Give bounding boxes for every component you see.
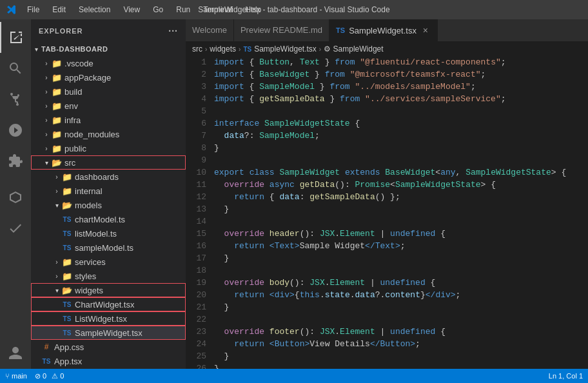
tree-item-chartmodel[interactable]: TS chartModel.ts bbox=[31, 212, 186, 226]
ts-icon: TS bbox=[336, 26, 345, 34]
activity-teams[interactable] bbox=[0, 182, 31, 213]
tree-item-chartwidget[interactable]: TS ChartWidget.tsx bbox=[31, 297, 186, 311]
root-label: TAB-DASHBOARD bbox=[41, 45, 108, 53]
menu-file[interactable]: File bbox=[22, 4, 44, 15]
code-line: } bbox=[214, 362, 588, 369]
menu-run[interactable]: Run bbox=[171, 4, 195, 15]
code-line: import { SampleModel } from "../models/s… bbox=[214, 81, 588, 93]
chevron-right-icon: › bbox=[52, 273, 62, 280]
ts-icon: TS bbox=[62, 301, 72, 308]
tab-bar: Welcome Preview README.md TS SampleWidge… bbox=[186, 19, 588, 42]
tree-label: src bbox=[64, 158, 75, 168]
tree-item-listmodel[interactable]: TS listModel.ts bbox=[31, 226, 186, 241]
tab-label: Welcome bbox=[192, 25, 227, 35]
chevron-right-icon: › bbox=[41, 131, 52, 138]
folder-icon: 📁 bbox=[52, 130, 62, 139]
folder-icon: 📁 bbox=[52, 101, 62, 111]
chevron-right-icon: › bbox=[41, 74, 52, 81]
folder-icon: 📁 bbox=[52, 59, 62, 68]
folder-icon: 📁 bbox=[62, 172, 72, 182]
tree-label: chartModel.ts bbox=[75, 215, 125, 224]
tree-item-public[interactable]: › 📁 public bbox=[31, 141, 186, 155]
tab-welcome[interactable]: Welcome bbox=[186, 19, 234, 41]
tree-item-internal[interactable]: › 📁 internal bbox=[31, 184, 186, 198]
breadcrumb-ts-icon: TS bbox=[243, 46, 251, 53]
tree-item-dashboards[interactable]: › 📁 dashboards bbox=[31, 170, 186, 184]
chevron-right-icon: › bbox=[52, 188, 62, 195]
tree-item-apptsx[interactable]: TS App.tsx bbox=[31, 354, 186, 368]
tree-label: ListWidget.tsx bbox=[75, 314, 127, 324]
explorer-tree[interactable]: ▾ TAB-DASHBOARD › 📁 .vscode › 📁 appPacka… bbox=[31, 42, 186, 369]
warnings: ⚠ 0 bbox=[52, 372, 64, 380]
chevron-down-icon: ▾ bbox=[52, 287, 62, 294]
menu-selection[interactable]: Selection bbox=[74, 4, 115, 15]
tree-item-infra[interactable]: › 📁 infra bbox=[31, 113, 186, 127]
tree-item-vscode[interactable]: › 📁 .vscode bbox=[31, 56, 186, 70]
tree-label: App.css bbox=[54, 342, 84, 352]
ts-icon: TS bbox=[62, 329, 72, 337]
code-line: override body(): JSX.Element | undefined… bbox=[214, 277, 588, 289]
tree-item-styles[interactable]: › 📁 styles bbox=[31, 269, 186, 283]
chevron-right-icon: › bbox=[52, 259, 62, 266]
main-layout: EXPLORER ··· ▾ TAB-DASHBOARD › 📁 .vscode… bbox=[0, 19, 588, 369]
folder-icon: 📁 bbox=[62, 271, 72, 281]
activity-testing[interactable] bbox=[0, 213, 31, 244]
tree-item-env[interactable]: › 📁 env bbox=[31, 99, 186, 113]
folder-icon: 📁 bbox=[52, 144, 62, 153]
tree-label: ChartWidget.tsx bbox=[75, 300, 134, 309]
ts-icon: TS bbox=[62, 244, 72, 251]
tree-label: SampleWidget.tsx bbox=[75, 328, 142, 338]
code-line bbox=[214, 154, 588, 166]
chevron-right-icon: › bbox=[41, 117, 52, 124]
breadcrumb-symbol: ⚙ SampleWidget bbox=[324, 44, 383, 54]
tab-readme[interactable]: Preview README.md bbox=[234, 19, 329, 41]
tree-root[interactable]: ▾ TAB-DASHBOARD bbox=[31, 42, 186, 56]
breadcrumb-sep: › bbox=[239, 46, 240, 53]
activity-extensions[interactable] bbox=[0, 146, 31, 177]
code-line: override header(): JSX.Element | undefin… bbox=[214, 228, 588, 240]
code-line: return <Text>Sample Widget</Text>; bbox=[214, 240, 588, 252]
code-line: } bbox=[214, 252, 588, 264]
window-title: SampleWidget.tsx - tab-dashboard - Visua… bbox=[198, 5, 389, 14]
code-line: override async getData(): Promise<Sample… bbox=[214, 179, 588, 191]
code-line bbox=[214, 215, 588, 228]
chevron-right-icon: › bbox=[41, 145, 52, 152]
activity-git[interactable] bbox=[0, 84, 31, 115]
menu-edit[interactable]: Edit bbox=[47, 4, 71, 15]
tree-label: widgets bbox=[75, 286, 103, 295]
activity-run[interactable] bbox=[0, 115, 31, 146]
tree-item-samplewidget[interactable]: TS SampleWidget.tsx bbox=[31, 326, 186, 340]
tree-label: styles bbox=[75, 271, 96, 281]
sidebar-header-icons: ··· bbox=[168, 26, 178, 36]
tree-label: .vscode bbox=[64, 59, 93, 68]
activity-explorer[interactable] bbox=[0, 22, 31, 53]
tree-item-listwidget[interactable]: TS ListWidget.tsx bbox=[31, 311, 186, 326]
tree-item-appcss[interactable]: # App.css bbox=[31, 340, 186, 354]
activity-bar bbox=[0, 19, 31, 369]
tree-item-services[interactable]: › 📁 services bbox=[31, 255, 186, 269]
tree-label: node_modules bbox=[64, 130, 119, 139]
chevron-right-icon: › bbox=[41, 88, 52, 95]
tab-close-button[interactable]: × bbox=[420, 25, 431, 35]
tree-item-widgets[interactable]: ▾ 📂 widgets bbox=[31, 283, 186, 297]
tree-item-models[interactable]: ▾ 📂 models bbox=[31, 198, 186, 212]
code-editor[interactable]: 12345 678910 1112131415 1617181920 21222… bbox=[186, 56, 588, 369]
menu-go[interactable]: Go bbox=[148, 4, 168, 15]
title-bar: File Edit Selection View Go Run Terminal… bbox=[0, 0, 588, 19]
tree-item-samplemodel[interactable]: TS sampleModel.ts bbox=[31, 241, 186, 255]
activity-accounts[interactable] bbox=[0, 338, 31, 369]
tree-item-src[interactable]: ▾ 📂 src bbox=[31, 155, 186, 170]
tree-label: appPackage bbox=[64, 73, 111, 83]
tree-label: listModel.ts bbox=[75, 229, 117, 239]
activity-search[interactable] bbox=[0, 53, 31, 84]
editor-area: Welcome Preview README.md TS SampleWidge… bbox=[186, 19, 588, 369]
tree-item-apppackage[interactable]: › 📁 appPackage bbox=[31, 70, 186, 84]
tree-item-build[interactable]: › 📁 build bbox=[31, 84, 186, 99]
breadcrumb-src: src bbox=[192, 44, 202, 54]
tree-item-node-modules[interactable]: › 📁 node_modules bbox=[31, 127, 186, 141]
tab-samplewidget[interactable]: TS SampleWidget.tsx × bbox=[329, 19, 438, 41]
tree-label: models bbox=[75, 201, 102, 210]
status-bar: ⑂ main ⊘ 0 ⚠ 0 Ln 1, Col 1 bbox=[0, 369, 588, 383]
tree-label: public bbox=[64, 144, 86, 153]
menu-view[interactable]: View bbox=[118, 4, 145, 15]
